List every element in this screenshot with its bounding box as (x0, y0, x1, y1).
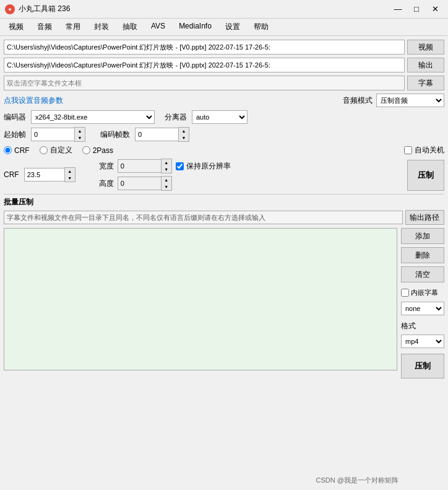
embed-subtitle-checkbox[interactable] (401, 289, 409, 297)
menu-item-2[interactable]: 常用 (59, 20, 87, 34)
encoder-label: 编码器 (4, 112, 26, 123)
add-button[interactable]: 添加 (401, 228, 444, 244)
crf-spinner-btns: ▲ ▼ (64, 167, 75, 182)
close-button[interactable]: ✕ (427, 3, 443, 15)
audio-mode-label: 音频模式 (343, 95, 373, 106)
output-path-row: 输出 (4, 58, 444, 72)
encode-frames-up[interactable]: ▲ (179, 128, 189, 134)
main-content: 视频 输出 字幕 点我设置音频参数 音频模式 压制音频 复制音频 无音频 编码器… (0, 36, 448, 382)
encode-frames-spinner: ▲ ▼ (135, 127, 189, 142)
start-frame-down[interactable]: ▼ (75, 134, 85, 141)
audio-mode-select[interactable]: 压制音频 复制音频 无音频 (376, 94, 444, 107)
height-spinner-btns: ▲ ▼ (161, 176, 172, 191)
width-down[interactable]: ▼ (162, 166, 171, 173)
app-icon: ● (5, 4, 15, 14)
batch-area: 添加 删除 清空 内嵌字幕 none chs cht eng 格式 mp4 mk… (4, 228, 444, 378)
height-spinner: ▲ ▼ (118, 176, 172, 191)
subtitle-row: 字幕 (4, 76, 444, 90)
batch-compress-button[interactable]: 压制 (401, 354, 444, 378)
format-select[interactable]: mp4 mkv avi (401, 335, 444, 348)
auto-shutdown-label: 自动关机 (415, 145, 444, 155)
start-frame-up[interactable]: ▲ (75, 128, 85, 134)
crf-label: CRF (4, 170, 19, 179)
encode-frames-spinner-btns: ▲ ▼ (178, 127, 189, 142)
height-label: 高度 (99, 178, 114, 189)
height-down[interactable]: ▼ (162, 183, 171, 190)
crf-up[interactable]: ▲ (65, 168, 75, 175)
menu-bar: 视频音频常用封装抽取AVSMediaInfo设置帮助 (0, 19, 448, 36)
menu-item-3[interactable]: 封装 (88, 20, 115, 34)
twopass-radio[interactable] (82, 146, 90, 154)
width-label: 宽度 (99, 161, 114, 172)
twopass-radio-label: 2Pass (93, 146, 113, 155)
auto-shutdown-checkbox[interactable] (404, 146, 412, 154)
output-path-input[interactable] (4, 58, 405, 72)
separator-select[interactable]: auto ffmpeg (192, 110, 248, 124)
frames-row: 起始帧 ▲ ▼ 编码帧数 ▲ ▼ (4, 127, 444, 142)
crf-input[interactable] (24, 168, 64, 182)
delete-button[interactable]: 删除 (401, 247, 444, 263)
divider (4, 194, 444, 195)
crf-radio-item[interactable]: CRF (4, 146, 30, 155)
minimize-button[interactable]: — (390, 3, 406, 15)
video-path-input[interactable] (4, 40, 405, 55)
custom-radio[interactable] (40, 146, 48, 154)
width-spinner-btns: ▲ ▼ (161, 159, 172, 173)
batch-hint-row: 输出路径 (4, 210, 444, 225)
subtitle-button[interactable]: 字幕 (407, 76, 444, 90)
maximize-button[interactable]: □ (408, 3, 424, 15)
menu-item-7[interactable]: 设置 (219, 20, 246, 34)
auto-shutdown-item[interactable]: 自动关机 (404, 145, 444, 155)
encoder-row: 编码器 x264_32-8bit.exe x264_64-8bit.exe 分离… (4, 110, 444, 124)
encode-frames-input[interactable] (135, 128, 178, 141)
batch-button-group: 添加 删除 清空 内嵌字幕 none chs cht eng 格式 mp4 mk… (401, 228, 444, 378)
crf-spinner: ▲ ▼ (24, 167, 75, 182)
menu-item-8[interactable]: 帮助 (248, 20, 275, 34)
mode-radio-group: CRF 自定义 2Pass (4, 145, 113, 155)
menu-item-4[interactable]: 抽取 (116, 20, 144, 34)
start-frame-spinner: ▲ ▼ (31, 127, 85, 142)
height-input[interactable] (118, 177, 161, 190)
output-button[interactable]: 输出 (407, 58, 444, 72)
height-up[interactable]: ▲ (162, 177, 171, 183)
width-input[interactable] (118, 159, 161, 173)
crf-radio[interactable] (4, 146, 12, 154)
menu-item-5[interactable]: AVS (145, 20, 171, 34)
menu-item-6[interactable]: MediaInfo (173, 20, 218, 34)
subtitle-lang-select[interactable]: none chs cht eng (401, 302, 444, 315)
keep-ratio-item[interactable]: 保持原分辨率 (176, 161, 231, 172)
separator-label: 分离器 (165, 112, 187, 123)
menu-item-0[interactable]: 视频 (2, 20, 30, 34)
video-path-row: 视频 (4, 40, 444, 55)
batch-title: 批量压制 (4, 197, 444, 208)
batch-list (4, 228, 397, 370)
audio-params-link[interactable]: 点我设置音频参数 (4, 95, 63, 106)
twopass-radio-item[interactable]: 2Pass (82, 146, 113, 155)
encode-frames-label: 编码帧数 (100, 129, 130, 140)
start-frame-spinner-btns: ▲ ▼ (74, 127, 85, 142)
video-button[interactable]: 视频 (407, 40, 444, 55)
watermark: CSDN @我是一个对称矩阵 (316, 476, 398, 485)
subtitle-input[interactable] (4, 76, 405, 90)
compress-button[interactable]: 压制 (407, 160, 444, 191)
output-path-button[interactable]: 输出路径 (405, 210, 444, 225)
window-controls: — □ ✕ (390, 3, 443, 15)
custom-radio-item[interactable]: 自定义 (40, 145, 72, 155)
embed-subtitle-label: 内嵌字幕 (411, 288, 438, 297)
encode-frames-down[interactable]: ▼ (179, 134, 189, 141)
audio-params-row: 点我设置音频参数 音频模式 压制音频 复制音频 无音频 (4, 94, 444, 107)
encoder-select[interactable]: x264_32-8bit.exe x264_64-8bit.exe (31, 110, 155, 124)
keep-ratio-checkbox[interactable] (176, 162, 184, 170)
clear-button[interactable]: 清空 (401, 266, 444, 282)
crf-down[interactable]: ▼ (65, 175, 75, 182)
keep-ratio-label: 保持原分辨率 (186, 161, 231, 172)
width-up[interactable]: ▲ (162, 159, 171, 166)
batch-hint-input (4, 211, 403, 224)
format-label: 格式 (401, 321, 416, 331)
start-frame-input[interactable] (31, 128, 74, 141)
custom-radio-label: 自定义 (50, 145, 72, 155)
crf-radio-label: CRF (14, 146, 30, 155)
menu-item-1[interactable]: 音频 (31, 20, 58, 34)
width-spinner: ▲ ▼ (118, 159, 172, 173)
start-frame-label: 起始帧 (4, 129, 26, 140)
